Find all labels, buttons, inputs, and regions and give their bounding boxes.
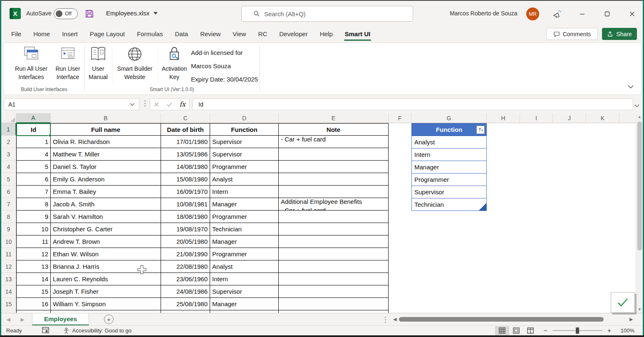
activation-key-button[interactable]: Activation Key	[159, 46, 190, 84]
cell-fn[interactable]: Analyst	[210, 260, 279, 273]
cell-dob[interactable]: 24/08/1986	[161, 285, 210, 298]
collapse-ribbon-button[interactable]	[628, 83, 634, 90]
cell-note[interactable]	[279, 298, 389, 310]
vertical-scrollbar[interactable]: ▲ ▼	[636, 113, 643, 313]
cell-id[interactable]: 13	[16, 260, 51, 273]
cell-id[interactable]: 8	[16, 198, 51, 211]
document-title[interactable]: Employees.xlsx	[106, 10, 158, 17]
tab-file[interactable]: File	[11, 26, 21, 42]
function-table-header[interactable]: Function	[411, 123, 487, 136]
column-header-g[interactable]: G	[411, 113, 487, 123]
cell-id[interactable]: 12	[16, 248, 51, 260]
confirm-check-button[interactable]	[611, 292, 635, 313]
autosave-toggle[interactable]: Off	[54, 8, 78, 19]
cell-dob[interactable]: 13/05/1986	[161, 148, 210, 161]
cell-dob[interactable]: 20/05/1980	[161, 235, 210, 248]
zoom-slider-knob[interactable]	[576, 327, 579, 334]
tab-view[interactable]: View	[233, 26, 246, 42]
function-item[interactable]: Intern	[411, 149, 487, 161]
cell-fn[interactable]: Programmer	[210, 211, 279, 223]
tab-insert[interactable]: Insert	[62, 26, 78, 42]
tab-rc[interactable]: RC	[258, 26, 268, 42]
cell-dob[interactable]: 23/06/1960	[161, 273, 210, 285]
header-cell-note[interactable]: Note	[279, 123, 389, 136]
cell-dob[interactable]: 17/01/1980	[161, 136, 210, 148]
cell-name[interactable]: Emma T. Bailey	[51, 186, 161, 198]
cell-note[interactable]	[279, 260, 389, 273]
zoom-slider[interactable]	[552, 330, 602, 331]
column-header-b[interactable]: B	[51, 113, 161, 123]
cell-fn[interactable]: Programmer	[210, 161, 279, 173]
cell-id[interactable]: 9	[16, 211, 51, 223]
add-sheet-button[interactable]: +	[104, 315, 114, 324]
formula-bar-grip[interactable]	[144, 100, 146, 107]
column-header-k[interactable]: K	[586, 113, 619, 123]
cell-id[interactable]: 5	[16, 161, 51, 173]
cell-note[interactable]	[279, 186, 389, 198]
cell-fn[interactable]: Programmer	[210, 248, 279, 260]
row-header[interactable]: 13	[1, 273, 16, 285]
scroll-down-arrow[interactable]: ▼	[636, 307, 643, 312]
cell-fn[interactable]: Supervisor	[210, 285, 279, 298]
cell-dob[interactable]: 10/08/1981	[161, 198, 210, 211]
macro-record-icon[interactable]	[42, 327, 49, 335]
cell-id[interactable]: 14	[16, 273, 51, 285]
header-cell-id[interactable]: Id	[16, 123, 51, 136]
cell-fn[interactable]: Intern	[210, 186, 279, 198]
cell-fn[interactable]: Manager	[210, 298, 279, 310]
zoom-in-button[interactable]: +	[607, 327, 611, 335]
scroll-up-arrow[interactable]: ▲	[636, 114, 643, 119]
cell-name[interactable]: Emily G. Anderson	[51, 173, 161, 186]
cell-name[interactable]: Christopher G. Carter	[51, 223, 161, 235]
tab-help[interactable]: Help	[320, 26, 333, 42]
cell-fn[interactable]: Manager	[210, 235, 279, 248]
cell-note[interactable]	[279, 285, 389, 298]
cell-id[interactable]: 1	[16, 136, 51, 148]
cell-name[interactable]: Jacob A. Smith	[51, 198, 161, 211]
sheet-nav-left-icon[interactable]: ◀	[1, 317, 15, 322]
scroll-left-arrow[interactable]: ◀	[393, 317, 396, 322]
tab-page-layout[interactable]: Page Layout	[90, 26, 125, 42]
confirm-entry-icon[interactable]	[166, 102, 172, 107]
zoom-out-button[interactable]: −	[543, 327, 547, 335]
header-cell-dob[interactable]: Date of birth	[161, 123, 210, 136]
column-header-a[interactable]: A	[16, 113, 51, 123]
tab-home[interactable]: Home	[33, 26, 50, 42]
cell-dob[interactable]: 25/08/1980	[161, 298, 210, 310]
cell-fn[interactable]: Manager	[210, 198, 279, 211]
cell-dob[interactable]: 22/08/1980	[161, 260, 210, 273]
sheet-nav-right-icon[interactable]: ▶	[15, 317, 30, 322]
cell-name[interactable]: Ethan W. Wilson	[51, 248, 161, 260]
function-item[interactable]: Programmer	[411, 173, 487, 186]
function-item[interactable]: Manager	[411, 161, 487, 173]
cell-id[interactable]: 16	[16, 298, 51, 310]
cell-id[interactable]: 15	[16, 285, 51, 298]
cell-note[interactable]	[279, 211, 389, 223]
cell-name[interactable]: Joseph T. Fisher	[51, 285, 161, 298]
tab-developer[interactable]: Developer	[279, 26, 307, 42]
view-normal-button[interactable]	[495, 326, 509, 335]
cell-note[interactable]	[279, 173, 389, 186]
tab-formulas[interactable]: Formulas	[137, 26, 163, 42]
function-item[interactable]: Supervisor	[411, 186, 487, 198]
row-header[interactable]: 4	[1, 161, 16, 173]
user-manual-button[interactable]: User Manual	[85, 46, 111, 84]
cell-note[interactable]	[279, 161, 389, 173]
cell-dob[interactable]: 16/09/1970	[161, 186, 210, 198]
accessibility-status[interactable]: Accessibility: Good to go	[63, 327, 131, 334]
header-cell-function[interactable]: Function	[210, 123, 279, 136]
expand-formula-bar-button[interactable]	[634, 102, 639, 109]
cell-note[interactable]	[279, 273, 389, 285]
avatar[interactable]: MR	[526, 7, 539, 20]
view-page-layout-button[interactable]	[509, 326, 523, 335]
row-header[interactable]: 11	[1, 248, 16, 260]
cell-note[interactable]	[279, 235, 389, 248]
column-header-d[interactable]: D	[210, 113, 279, 123]
select-all-corner[interactable]	[1, 113, 16, 123]
cell-note[interactable]: Additional Employee Benefits- Car + fuel…	[279, 198, 389, 211]
cell-name[interactable]: William Y. Simpson	[51, 298, 161, 310]
zoom-level[interactable]: 100%	[617, 327, 634, 334]
smart-builder-website-button[interactable]: Smart Builder Website	[113, 46, 157, 84]
minimize-button[interactable]	[574, 6, 590, 22]
row-header[interactable]: 1	[1, 123, 16, 136]
